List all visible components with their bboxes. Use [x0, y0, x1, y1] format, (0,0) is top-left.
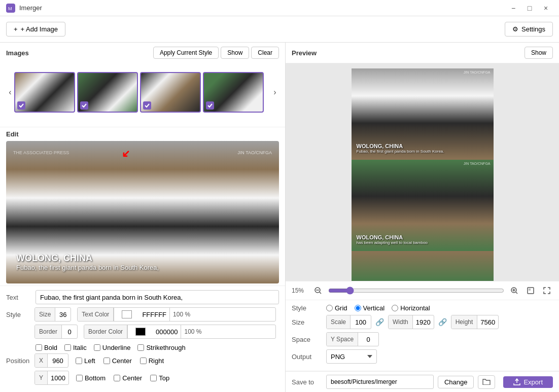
x-field[interactable]: X 960: [34, 353, 68, 368]
preview-image-2: JIN TAO/CNFGA WOLONG, CHINA has been ada…: [352, 160, 494, 251]
y-space-value[interactable]: 0: [358, 336, 378, 343]
text-color-pct: 100 %: [169, 308, 193, 321]
maximize-button[interactable]: □: [522, 1, 537, 15]
bottom-checkbox[interactable]: [76, 375, 83, 381]
edit-section: Edit THE ASSOCIATED PRESS JIN TAO/CNFGA …: [0, 127, 285, 286]
add-image-button[interactable]: + + Add Image: [6, 22, 65, 37]
settings-button[interactable]: ⚙ Settings: [505, 22, 553, 37]
strip-next-arrow[interactable]: ›: [271, 62, 279, 123]
right-checkbox[interactable]: [140, 358, 147, 364]
zoom-slider[interactable]: [328, 287, 504, 295]
scale-field[interactable]: Scale 100: [326, 315, 371, 329]
change-button[interactable]: Change: [438, 376, 474, 388]
size-field-value[interactable]: 36: [55, 311, 71, 318]
border-value[interactable]: 0: [62, 328, 77, 336]
vertical-radio[interactable]: [355, 305, 361, 311]
scale-value[interactable]: 100: [351, 318, 371, 326]
border-color-swatch-area[interactable]: [127, 325, 153, 338]
width-field[interactable]: Width 1920: [388, 315, 434, 329]
thumbnail-3[interactable]: [140, 72, 201, 113]
height-field[interactable]: Height 7560: [451, 315, 499, 329]
caption-subtitle: Fubao, the first giant panda born in Sou…: [16, 264, 159, 271]
image-strip: ‹: [6, 62, 279, 123]
apply-style-button[interactable]: Apply Current Style: [153, 47, 219, 59]
italic-checkbox[interactable]: [64, 344, 71, 351]
folder-button[interactable]: [478, 375, 495, 389]
preview-cap-title-2: WOLONG, CHINA: [357, 234, 428, 240]
position-row-1: Position X 960 Left Center: [6, 353, 279, 368]
thumbnail-2[interactable]: [77, 72, 138, 113]
export-button[interactable]: Export: [503, 376, 553, 388]
width-link-icon[interactable]: 🔗: [437, 318, 448, 326]
horizontal-radio[interactable]: [392, 305, 398, 311]
text-color-swatch[interactable]: [122, 310, 132, 318]
strikethrough-checkbox[interactable]: [137, 344, 144, 351]
y-field[interactable]: Y 1000: [34, 371, 69, 385]
center-check-item-1[interactable]: Center: [103, 357, 132, 365]
top-checkbox[interactable]: [150, 375, 157, 381]
strikethrough-checkbox-item[interactable]: Strikethrough: [137, 344, 185, 351]
border-color-field[interactable]: Border Color 000000 100 %: [84, 325, 276, 339]
text-color-swatch-area[interactable]: [114, 308, 139, 321]
y-value[interactable]: 1000: [48, 374, 68, 382]
top-check-item[interactable]: Top: [150, 374, 169, 382]
svg-line-2: [320, 292, 321, 294]
zoom-out-button[interactable]: [312, 284, 324, 297]
text-color-field[interactable]: Text Color FFFFFF 100 %: [77, 307, 276, 322]
left-check-item[interactable]: Left: [76, 357, 95, 365]
caption-area: WOLONG, CHINA Fubao, the first giant pan…: [16, 253, 159, 271]
preview-watermark-2: JIN TAO/CNFGA: [464, 162, 491, 165]
fit-screen-button[interactable]: [525, 284, 537, 297]
center-checkbox-2[interactable]: [114, 375, 120, 381]
output-row: Output PNG JPG WEBP: [292, 349, 553, 364]
y-space-label: Y Space: [327, 333, 358, 346]
zoom-in-button[interactable]: [508, 284, 520, 297]
width-label: Width: [389, 315, 413, 329]
border-color-swatch[interactable]: [135, 328, 146, 336]
horizontal-radio-item[interactable]: Horizontal: [392, 304, 430, 312]
thumbnail-4[interactable]: [203, 72, 264, 113]
show-preview-button[interactable]: Show: [525, 47, 553, 59]
text-input[interactable]: [36, 290, 279, 304]
width-value[interactable]: 1920: [413, 318, 434, 326]
position-label: Position: [6, 357, 31, 365]
left-checkbox[interactable]: [76, 358, 82, 364]
right-check-item[interactable]: Right: [140, 357, 164, 365]
vertical-radio-item[interactable]: Vertical: [355, 304, 385, 312]
preview-canvas[interactable]: JIN TAO/CNFGA WOLONG, CHINA Fubao, the f…: [286, 63, 559, 281]
close-button[interactable]: ×: [539, 1, 553, 15]
bold-checkbox-item[interactable]: Bold: [36, 344, 57, 351]
thumb-check-3: [143, 101, 151, 110]
grid-radio-item[interactable]: Grid: [326, 304, 347, 312]
y-space-field[interactable]: Y Space 0: [326, 332, 379, 346]
thumbnail-1[interactable]: [14, 72, 75, 113]
size-field[interactable]: Size 36: [34, 307, 71, 322]
border-color-hex[interactable]: 000000: [153, 328, 181, 336]
bold-checkbox[interactable]: [36, 344, 42, 351]
fullscreen-button[interactable]: [541, 284, 553, 297]
strip-prev-arrow[interactable]: ‹: [6, 62, 14, 123]
height-value[interactable]: 7560: [477, 318, 498, 326]
bottom-check-item[interactable]: Bottom: [76, 374, 106, 382]
clear-button[interactable]: Clear: [251, 47, 279, 59]
text-color-hex[interactable]: FFFFFF: [139, 311, 169, 318]
underline-checkbox[interactable]: [94, 344, 100, 351]
preview-title: Preview: [292, 49, 522, 57]
scale-link-icon[interactable]: 🔗: [374, 318, 385, 326]
center-checkbox-1[interactable]: [103, 358, 110, 364]
add-image-label: + Add Image: [21, 25, 58, 33]
grid-radio[interactable]: [326, 305, 333, 311]
border-field[interactable]: Border 0: [34, 325, 78, 339]
saveto-path-input[interactable]: [326, 375, 434, 389]
preview-caption-2: WOLONG, CHINA has been adapting well to …: [357, 234, 428, 245]
underline-checkbox-item[interactable]: Underline: [94, 344, 131, 351]
style-row-2: Border 0 Border Color 000000 100 %: [6, 325, 279, 339]
titlebar: M Imerger − □ ×: [0, 0, 559, 16]
output-format-select[interactable]: PNG JPG WEBP: [326, 349, 377, 364]
center-check-item-2[interactable]: Center: [114, 374, 142, 382]
x-value[interactable]: 960: [48, 357, 68, 365]
minimize-button[interactable]: −: [506, 1, 520, 15]
italic-checkbox-item[interactable]: Italic: [64, 344, 87, 351]
text-label: Text: [6, 294, 31, 301]
show-images-button[interactable]: Show: [221, 47, 249, 59]
